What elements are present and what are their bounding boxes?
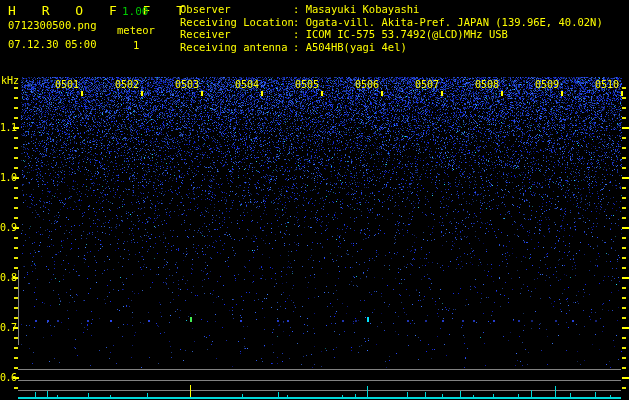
freq-minor-tick-left: [14, 97, 18, 99]
freq-minor-tick-left: [14, 257, 18, 259]
freq-major-tick-left: [13, 177, 19, 179]
left-scale-line: [18, 270, 19, 345]
freq-minor-tick-right: [622, 387, 626, 389]
freq-minor-tick-left: [14, 107, 18, 109]
signal-spike: [595, 392, 596, 397]
signal-spike: [88, 393, 89, 397]
time-tick: [621, 91, 623, 96]
hrofft-screen: H R O F F T 1.00 0712300500.png meteor 0…: [0, 0, 629, 400]
freq-minor-tick-right: [622, 137, 626, 139]
freq-minor-tick-right: [622, 97, 626, 99]
freq-minor-tick-left: [14, 187, 18, 189]
time-tick: [141, 91, 143, 96]
time-label: 0504: [234, 79, 259, 90]
freq-minor-tick-left: [14, 357, 18, 359]
time-label: 0505: [294, 79, 319, 90]
signal-spike: [367, 386, 368, 397]
freq-minor-tick-right: [622, 207, 626, 209]
signal-spike: [442, 394, 443, 397]
freq-minor-tick-left: [14, 247, 18, 249]
signal-spike: [190, 385, 191, 397]
freq-minor-tick-right: [622, 337, 626, 339]
freq-minor-tick-right: [622, 107, 626, 109]
signal-spike: [493, 394, 494, 397]
strip-reference-line: [18, 380, 621, 381]
time-label: 0510: [594, 79, 619, 90]
time-tick: [381, 91, 383, 96]
freq-minor-tick-right: [622, 147, 626, 149]
time-tick: [561, 91, 563, 96]
signal-spike: [425, 392, 426, 397]
signal-spike: [35, 392, 36, 397]
freq-minor-tick-left: [14, 237, 18, 239]
freq-minor-tick-right: [622, 357, 626, 359]
freq-label: 0.9: [0, 222, 13, 233]
signal-baseline: [18, 397, 621, 399]
freq-major-tick-right: [622, 327, 629, 329]
freq-minor-tick-right: [622, 167, 626, 169]
signal-spike: [460, 391, 461, 397]
time-label: 0501: [54, 79, 79, 90]
freq-major-tick-left: [13, 127, 19, 129]
freq-minor-tick-left: [14, 87, 18, 89]
freq-minor-tick-left: [14, 157, 18, 159]
time-tick: [261, 91, 263, 96]
freq-minor-tick-left: [14, 137, 18, 139]
time-tick: [321, 91, 323, 96]
freq-minor-tick-left: [14, 117, 18, 119]
freq-minor-tick-right: [622, 157, 626, 159]
freq-minor-tick-right: [622, 267, 626, 269]
strip-reference-line: [18, 369, 621, 370]
freq-label: 0.6: [0, 372, 13, 383]
freq-major-tick-right: [622, 277, 629, 279]
time-label: 0509: [534, 79, 559, 90]
freq-minor-tick-left: [14, 207, 18, 209]
time-label: 0503: [174, 79, 199, 90]
freq-minor-tick-right: [622, 297, 626, 299]
freq-minor-tick-right: [622, 307, 626, 309]
freq-major-tick-right: [622, 227, 629, 229]
freq-minor-tick-left: [14, 167, 18, 169]
signal-spike: [110, 395, 111, 397]
time-label: 0508: [474, 79, 499, 90]
freq-major-tick-right: [622, 177, 629, 179]
signal-spike: [287, 395, 288, 397]
freq-label: 1.0: [0, 172, 13, 183]
signal-spike: [407, 392, 408, 397]
signal-spike: [342, 395, 343, 397]
freq-major-tick-right: [622, 127, 629, 129]
freq-minor-tick-left: [14, 147, 18, 149]
freq-minor-tick-right: [622, 117, 626, 119]
freq-minor-tick-right: [622, 257, 626, 259]
time-label: 0507: [414, 79, 439, 90]
freq-minor-tick-left: [14, 217, 18, 219]
signal-spike: [278, 392, 279, 397]
signal-spike: [555, 386, 556, 397]
signal-spike: [147, 393, 148, 397]
signal-spike: [242, 394, 243, 397]
signal-spike: [355, 394, 356, 397]
freq-minor-tick-right: [622, 237, 626, 239]
freq-minor-tick-left: [14, 347, 18, 349]
freq-major-tick-left: [13, 377, 19, 379]
time-tick: [81, 91, 83, 96]
freq-minor-tick-right: [622, 217, 626, 219]
freq-minor-tick-right: [622, 87, 626, 89]
plot-overlay: 0501050205030504050505060507050805090510…: [0, 0, 629, 400]
freq-major-tick-right: [622, 377, 629, 379]
freq-minor-tick-right: [622, 367, 626, 369]
freq-major-tick-left: [13, 227, 19, 229]
freq-minor-tick-left: [14, 387, 18, 389]
signal-spike: [570, 393, 571, 397]
time-tick: [501, 91, 503, 96]
freq-minor-tick-right: [622, 197, 626, 199]
freq-minor-tick-left: [14, 267, 18, 269]
freq-minor-tick-left: [14, 197, 18, 199]
signal-spike: [518, 394, 519, 397]
freq-label: 0.8: [0, 272, 13, 283]
time-tick: [441, 91, 443, 96]
freq-minor-tick-right: [622, 287, 626, 289]
freq-label: 0.7: [0, 322, 13, 333]
signal-spike: [610, 395, 611, 397]
time-tick: [201, 91, 203, 96]
